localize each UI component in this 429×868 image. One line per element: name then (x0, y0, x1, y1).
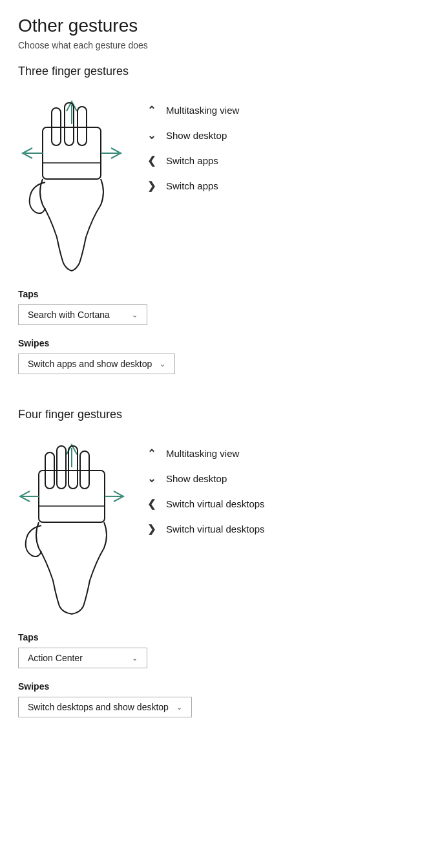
three-finger-taps-label: Taps (18, 289, 411, 299)
four-finger-gesture-list: ⌃ Multitasking view ⌄ Show desktop ❮ Swi… (145, 432, 265, 535)
four-gesture-item-down: ⌄ Show desktop (145, 472, 265, 485)
page-title: Other gestures (18, 16, 411, 36)
three-finger-diagram (18, 89, 125, 276)
four-finger-gesture-row: ⌃ Multitasking view ⌄ Show desktop ❮ Swi… (18, 432, 411, 619)
four-finger-swipes-dropdown[interactable]: Switch desktops and show desktop ⌄ (18, 697, 192, 717)
chevron-down-icon: ⌄ (132, 311, 138, 319)
four-gesture-label-up: Multitasking view (166, 448, 239, 459)
chevron-down-icon-2: ⌄ (160, 360, 165, 368)
page-subtitle: Choose what each gesture does (18, 40, 411, 50)
right-arrow-icon: ❯ (145, 180, 157, 192)
four-up-arrow-icon: ⌃ (145, 447, 157, 460)
three-finger-taps-value: Search with Cortana (28, 310, 110, 320)
four-finger-swipes-value: Switch desktops and show desktop (28, 702, 169, 712)
three-finger-heading: Three finger gestures (18, 65, 411, 78)
svg-rect-6 (78, 107, 87, 145)
four-left-arrow-icon: ❮ (145, 498, 157, 510)
gesture-item-down: ⌄ Show desktop (145, 129, 239, 142)
four-gesture-item-up: ⌃ Multitasking view (145, 447, 265, 460)
four-gesture-item-left: ❮ Switch virtual desktops (145, 498, 265, 510)
gesture-item-left: ❮ Switch apps (145, 154, 239, 167)
gesture-item-up: ⌃ Multitasking view (145, 104, 239, 116)
four-right-arrow-icon: ❯ (145, 523, 157, 535)
gesture-item-right: ❯ Switch apps (145, 180, 239, 192)
gesture-label-down: Show desktop (166, 130, 227, 141)
three-finger-swipes-dropdown[interactable]: Switch apps and show desktop ⌄ (18, 354, 175, 374)
four-finger-taps-value: Action Center (28, 653, 83, 663)
three-finger-gesture-row: ⌃ Multitasking view ⌄ Show desktop ❮ Swi… (18, 89, 411, 276)
three-finger-gesture-list: ⌃ Multitasking view ⌄ Show desktop ❮ Swi… (145, 89, 239, 192)
four-finger-taps-dropdown[interactable]: Action Center ⌄ (18, 648, 147, 668)
left-arrow-icon: ❮ (145, 154, 157, 167)
chevron-down-icon-3: ⌄ (132, 654, 138, 662)
four-gesture-label-right: Switch virtual desktops (166, 524, 265, 535)
three-finger-swipes-label: Swipes (18, 338, 411, 348)
four-finger-taps-label: Taps (18, 632, 411, 642)
four-finger-section: Four finger gestures (18, 408, 411, 730)
gesture-label-right: Switch apps (166, 180, 218, 191)
four-gesture-item-right: ❯ Switch virtual desktops (145, 523, 265, 535)
down-arrow-icon: ⌄ (145, 129, 157, 142)
four-gesture-label-left: Switch virtual desktops (166, 498, 265, 509)
three-finger-section: Three finger gestures (18, 65, 411, 387)
svg-rect-8 (39, 471, 105, 522)
four-gesture-label-down: Show desktop (166, 473, 227, 484)
four-down-arrow-icon: ⌄ (145, 472, 157, 485)
gesture-label-left: Switch apps (166, 155, 218, 166)
three-finger-taps-dropdown[interactable]: Search with Cortana ⌄ (18, 304, 147, 325)
up-arrow-icon: ⌃ (145, 104, 157, 116)
three-finger-swipes-value: Switch apps and show desktop (28, 359, 152, 369)
svg-rect-13 (57, 446, 66, 489)
four-finger-heading: Four finger gestures (18, 408, 411, 421)
chevron-down-icon-4: ⌄ (176, 703, 182, 712)
gesture-label-up: Multitasking view (166, 105, 239, 116)
four-finger-diagram (18, 432, 125, 619)
four-finger-swipes-label: Swipes (18, 681, 411, 692)
